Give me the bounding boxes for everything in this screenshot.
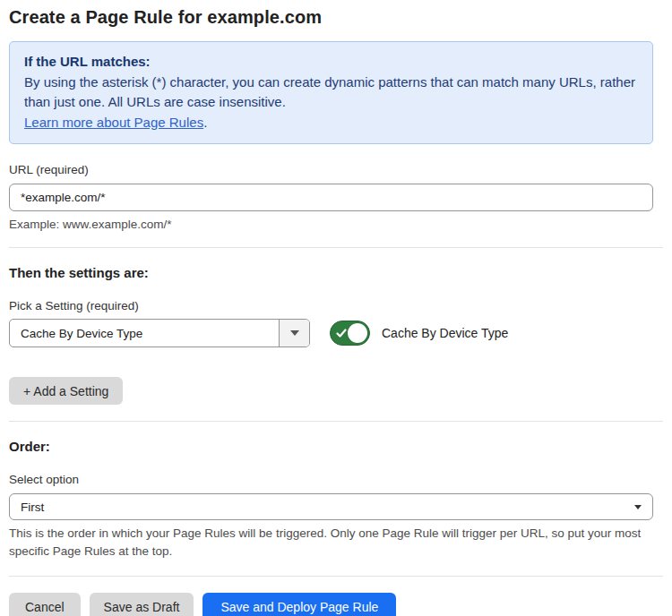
callout-link-line: Learn more about Page Rules. — [24, 113, 638, 133]
setting-dropdown-value: Cache By Device Type — [10, 320, 279, 346]
save-deploy-button[interactable]: Save and Deploy Page Rule — [202, 593, 396, 616]
toggle-label: Cache By Device Type — [382, 326, 508, 340]
cache-device-toggle[interactable] — [330, 321, 370, 346]
callout-heading: If the URL matches: — [24, 52, 638, 73]
toggle-knob — [348, 323, 367, 343]
callout-body: By using the asterisk (*) character, you… — [24, 73, 638, 113]
url-input[interactable] — [9, 184, 653, 211]
link-suffix: . — [203, 115, 207, 130]
settings-heading: Then the settings are: — [9, 265, 663, 280]
order-heading: Order: — [9, 439, 663, 454]
page-title: Create a Page Rule for example.com — [9, 7, 663, 28]
order-helper-text: This is the order in which your Page Rul… — [9, 525, 650, 560]
order-select[interactable]: First — [9, 493, 653, 520]
learn-more-link[interactable]: Learn more about Page Rules — [24, 115, 203, 130]
setting-dropdown[interactable]: Cache By Device Type — [9, 319, 310, 347]
order-select-label: Select option — [9, 473, 663, 486]
footer-actions: Cancel Save as Draft Save and Deploy Pag… — [9, 593, 663, 616]
divider — [9, 247, 663, 248]
setting-row: Cache By Device Type Cache By Device Typ… — [9, 319, 663, 347]
url-match-callout: If the URL matches: By using the asteris… — [9, 41, 653, 144]
url-field-label: URL (required) — [9, 163, 663, 176]
save-draft-button[interactable]: Save as Draft — [90, 593, 194, 616]
check-icon — [336, 328, 347, 338]
chevron-down-icon — [634, 505, 642, 509]
divider — [9, 576, 663, 577]
setting-dropdown-arrow-segment[interactable] — [279, 320, 309, 346]
setting-picker-label: Pick a Setting (required) — [9, 299, 663, 312]
add-setting-button[interactable]: + Add a Setting — [9, 377, 123, 405]
chevron-down-icon — [290, 330, 299, 336]
cancel-button[interactable]: Cancel — [9, 593, 81, 616]
divider — [9, 421, 663, 422]
url-helper-text: Example: www.example.com/* — [9, 218, 663, 231]
order-select-value: First — [21, 500, 634, 514]
